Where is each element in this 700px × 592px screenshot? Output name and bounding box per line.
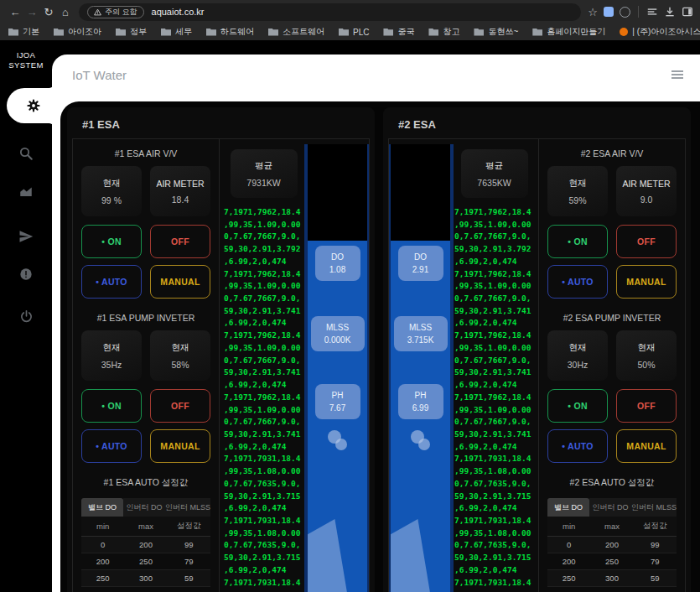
air-auto-button[interactable]: • AUTO (81, 265, 142, 299)
table-cell: 99 (634, 540, 677, 549)
air-on-button[interactable]: • ON (81, 225, 142, 258)
bookmark-folder[interactable]: 하드웨어 (206, 26, 254, 38)
stream-line: 0,7.67,7635,9.0, (224, 539, 303, 552)
pump-onoff-row: • ON OFF (81, 389, 210, 423)
bookmark-folder[interactable]: 동현쓰~ (474, 26, 518, 38)
area-chart-icon (18, 184, 34, 199)
stream-line: ,6.99,2,0,474 (454, 317, 534, 330)
home-icon[interactable]: ⌂ (57, 6, 74, 18)
bookmark-folder[interactable]: PLC (339, 28, 369, 37)
back-icon[interactable]: ← (7, 6, 23, 18)
stream-line: 59,30,2.91,3.741 (454, 428, 534, 441)
air-manual-button[interactable]: MANUAL (616, 265, 677, 299)
bookmark-folder[interactable]: 소프트웨어 (268, 26, 324, 38)
bookmark-star-icon[interactable]: ☆ (588, 6, 598, 18)
warning-triangle-icon (94, 8, 101, 16)
stream-line: 59,30,2.91,3.741 (224, 428, 303, 441)
tab-inverter-mlss[interactable]: 인버터 MLSS (631, 498, 677, 517)
pump-auto-button[interactable]: • AUTO (547, 429, 608, 463)
tab-inverter-do[interactable]: 인버터 DO (589, 498, 631, 517)
pump-on-button[interactable]: • ON (547, 389, 608, 423)
sidebar-item-charts[interactable] (0, 174, 52, 209)
sidebar-item-send[interactable] (0, 219, 52, 254)
stream-line: 59,30,2.91,3.741 (454, 366, 534, 379)
stream-line: 7,1971,7931,18.4 (454, 515, 534, 527)
bookmark-folder[interactable]: 홈페이지만들기 (532, 26, 605, 38)
pump-manual-button[interactable]: MANUAL (616, 429, 677, 463)
bookmark-folder[interactable]: 아이조아 (54, 26, 101, 38)
stream-line: 7,1971,7962,18.4 (224, 268, 303, 281)
reading-value: 7.67 (329, 403, 345, 413)
pump-hz-tile: 현재 35Hz (81, 330, 142, 381)
air-section-title: #1 ESA AIR V/V (81, 148, 210, 158)
address-bar[interactable]: 주의 요함 aquaiot.co.kr (79, 3, 581, 21)
tab-inverter-mlss[interactable]: 인버터 MLSS (165, 498, 210, 517)
extension-icon[interactable] (604, 7, 614, 17)
download-icon[interactable] (664, 6, 676, 18)
dashboard: #1 ESA #1 ESA AIR V/V 현재 99 % AIR METER (60, 101, 700, 592)
app-header: IoT Water (52, 55, 700, 95)
profile-icon[interactable] (620, 7, 630, 18)
bookmark-folder[interactable]: 중국 (383, 26, 414, 38)
air-meter-tile: AIR METER 9.0 (616, 166, 677, 216)
sidebar-item-power[interactable] (0, 299, 52, 334)
sidebar-item-search[interactable] (0, 136, 52, 171)
stream-line: 59,30,2.91,3.715 (224, 552, 303, 564)
pump-off-button[interactable]: OFF (616, 389, 677, 423)
pump-off-button[interactable]: OFF (150, 389, 210, 423)
tab-inverter-do[interactable]: 인버터 DO (123, 498, 165, 517)
content-card: IoT Water #1 ESA #1 ESA AIR V/V 현재 99 % (52, 55, 700, 592)
stream-line: 0,7.67,7667,9.0, (224, 231, 303, 243)
sidebar-item-settings[interactable] (7, 88, 60, 123)
pump-auto-button[interactable]: • AUTO (81, 429, 142, 463)
tile-label: 현재 (172, 342, 189, 354)
reading-name: DO (398, 251, 443, 263)
table-cell: 79 (634, 557, 677, 566)
air-manual-button[interactable]: MANUAL (150, 265, 210, 299)
panel-body: #2 ESA AIR V/V 현재 59% AIR METER 9.0 (388, 138, 686, 592)
bubble-icon (418, 439, 430, 450)
forward-icon[interactable]: → (23, 6, 40, 18)
tab-valve-do[interactable]: 밸브 DO (547, 498, 589, 517)
toolbar-actions: ☆ (588, 6, 693, 18)
stream-line: 0,7.67,7667,9.0, (454, 355, 534, 367)
stream-line: ,99,35,1.08,0.00 (224, 465, 303, 478)
air-off-button[interactable]: OFF (150, 225, 210, 258)
side-panel-icon[interactable] (682, 6, 693, 18)
bookmark-ijoa-system[interactable]: | (주)아이조아시스템 (620, 26, 700, 38)
bookmark-folder[interactable]: 기본 (8, 26, 39, 38)
power-icon (19, 309, 34, 324)
ph-reading: PH 7.67 (315, 384, 360, 419)
reload-icon[interactable]: ↻ (40, 6, 57, 18)
tab-search-icon[interactable] (646, 6, 658, 18)
air-on-button[interactable]: • ON (547, 225, 608, 258)
pump-manual-button[interactable]: MANUAL (150, 429, 210, 463)
current-value-tile: 현재 99 % (81, 166, 142, 216)
bookmark-label: | (주)아이조아시스템 (632, 26, 700, 38)
stream-line: 0,7.67,7667,9.0, (454, 293, 534, 305)
bookmark-folder[interactable]: 창고 (428, 26, 459, 38)
sidebar-item-alerts[interactable] (0, 257, 52, 292)
stream-line: 59,30,2.91,3.715 (454, 552, 534, 564)
tile-value: 30Hz (568, 360, 589, 370)
stream-line: ,99,35,1.09,0.00 (224, 342, 303, 355)
air-tiles: 현재 59% AIR METER 9.0 (547, 166, 677, 216)
hamburger-menu-icon[interactable] (671, 70, 683, 79)
viz-column: 평균 7931KW 7,1971,7962,18.4,99,35,1.09,0.… (220, 139, 369, 592)
bookmark-folder[interactable]: 세무 (161, 26, 192, 38)
reading-value: 3.715K (407, 335, 434, 345)
tile-label: 현재 (103, 178, 121, 190)
bookmark-folder[interactable]: 정부 (116, 26, 147, 38)
stream-line: 7,1971,7931,18.4 (454, 453, 534, 465)
do-reading: DO 1.08 (315, 246, 360, 281)
table-cell: 79 (168, 557, 210, 566)
pump-on-button[interactable]: • ON (81, 389, 142, 423)
tab-valve-do[interactable]: 밸브 DO (81, 498, 123, 517)
site-warning-badge[interactable]: 주의 요함 (87, 6, 144, 18)
air-auto-button[interactable]: • AUTO (547, 265, 608, 299)
table-cell: 200 (81, 557, 124, 566)
stream-line: 59,30,2.91,3.792 (454, 243, 534, 256)
air-off-button[interactable]: OFF (616, 225, 677, 258)
pump-tiles: 현재 35Hz 현재 58% (81, 330, 210, 381)
panel-title: #1 ESA (82, 118, 375, 131)
